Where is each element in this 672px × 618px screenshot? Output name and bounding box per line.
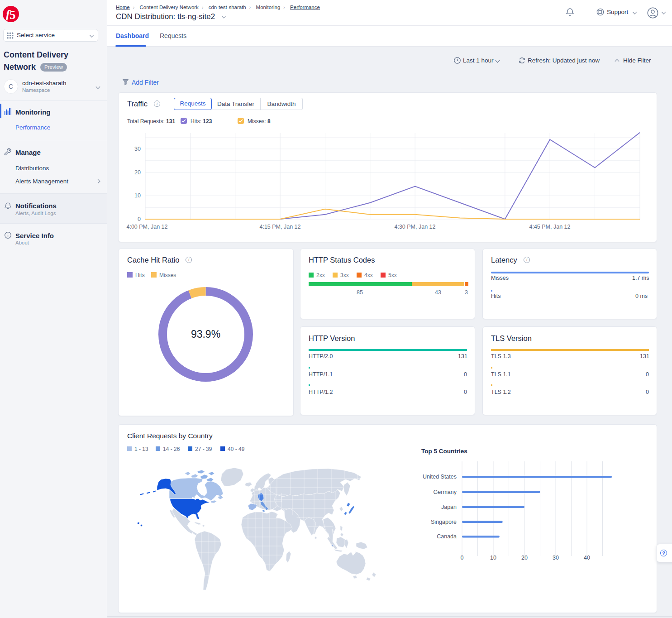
svg-text:93.9%: 93.9%	[191, 328, 220, 340]
svg-text:4:00 PM, Jan 12: 4:00 PM, Jan 12	[126, 224, 167, 230]
svg-text:Japan: Japan	[441, 504, 457, 510]
svg-text:0: 0	[138, 216, 141, 222]
svg-text:United States: United States	[423, 474, 457, 480]
svg-text:Canada: Canada	[437, 533, 457, 540]
svg-text:10: 10	[490, 555, 496, 561]
svg-text:4:30 PM, Jan 12: 4:30 PM, Jan 12	[394, 224, 435, 230]
svg-text:Germany: Germany	[434, 489, 457, 495]
svg-text:Singapore: Singapore	[431, 519, 457, 525]
svg-text:20: 20	[521, 555, 528, 561]
svg-text:20: 20	[134, 169, 141, 176]
svg-text:40: 40	[584, 555, 590, 561]
svg-text:4:45 PM, Jan 12: 4:45 PM, Jan 12	[529, 224, 570, 230]
svg-text:5: 5	[10, 8, 16, 22]
svg-text:10: 10	[134, 192, 141, 199]
svg-text:4:15 PM, Jan 12: 4:15 PM, Jan 12	[259, 224, 300, 230]
svg-text:30: 30	[134, 146, 141, 152]
svg-text:30: 30	[553, 555, 559, 561]
svg-text:0: 0	[461, 555, 464, 561]
